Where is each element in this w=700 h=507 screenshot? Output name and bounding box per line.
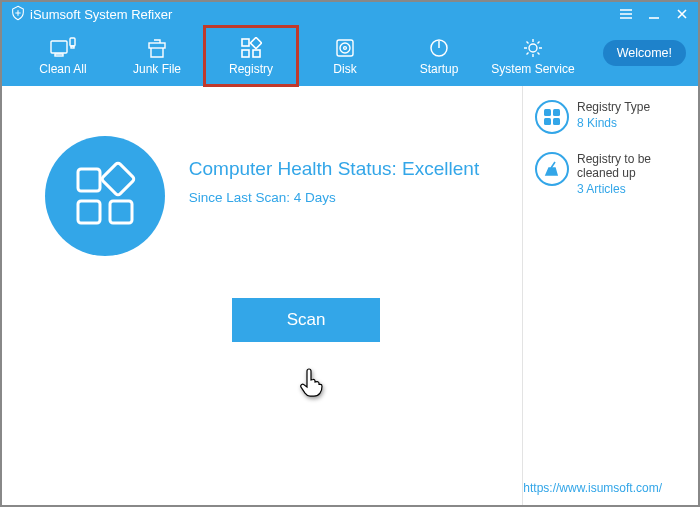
status-subtext: Since Last Scan: 4 Days — [189, 190, 479, 205]
broom-icon — [535, 152, 569, 186]
nav-label: Junk File — [133, 62, 181, 76]
nav-label: Clean All — [39, 62, 86, 76]
svg-rect-6 — [242, 50, 249, 57]
nav-label: System Service — [491, 62, 574, 76]
svg-rect-20 — [544, 118, 551, 125]
side-item-registry-type: Registry Type 8 Kinds — [535, 100, 686, 134]
svg-rect-1 — [55, 54, 63, 56]
navbar: Clean All Junk File Registry — [2, 26, 698, 86]
status-block: Computer Health Status: Excellent Since … — [45, 136, 479, 256]
junk-file-icon — [146, 36, 168, 60]
nav-registry[interactable]: Registry — [204, 26, 298, 86]
shield-icon — [10, 5, 26, 24]
sidebar: Registry Type 8 Kinds Registry to be cle… — [522, 86, 698, 505]
registry-icon — [240, 36, 262, 60]
svg-rect-17 — [101, 162, 135, 196]
svg-rect-7 — [253, 50, 260, 57]
system-service-icon — [522, 36, 544, 60]
nav-clean-all[interactable]: Clean All — [16, 26, 110, 86]
nav-disk[interactable]: Disk — [298, 26, 392, 86]
grid-icon — [535, 100, 569, 134]
svg-rect-3 — [71, 46, 74, 48]
minimize-icon[interactable] — [646, 6, 662, 22]
nav-system-service[interactable]: System Service — [486, 26, 580, 86]
disk-icon — [334, 36, 356, 60]
window-controls — [618, 6, 690, 22]
nav-junk-file[interactable]: Junk File — [110, 26, 204, 86]
svg-rect-0 — [51, 41, 67, 53]
nav-label: Startup — [420, 62, 459, 76]
clean-all-icon — [50, 36, 76, 60]
scan-button[interactable]: Scan — [232, 298, 380, 342]
status-heading: Computer Health Status: Excellent — [189, 158, 479, 180]
menu-icon[interactable] — [618, 6, 634, 22]
svg-rect-21 — [553, 118, 560, 125]
main-pane: Computer Health Status: Excellent Since … — [2, 86, 522, 505]
status-circle-icon — [45, 136, 165, 256]
side-title: Registry to be cleaned up — [577, 152, 686, 180]
welcome-button[interactable]: Welcome! — [603, 40, 686, 66]
cursor-hand-icon — [298, 368, 324, 402]
nav-label: Registry — [229, 62, 273, 76]
svg-rect-2 — [70, 38, 75, 46]
svg-rect-16 — [110, 201, 132, 223]
body: Computer Health Status: Excellent Since … — [2, 86, 698, 505]
startup-icon — [428, 36, 450, 60]
footer-link[interactable]: https://www.isumsoft.com/ — [523, 481, 662, 495]
app-title-text: iSumsoft System Refixer — [30, 7, 172, 22]
side-value[interactable]: 8 Kinds — [577, 116, 650, 130]
titlebar: iSumsoft System Refixer — [2, 2, 698, 26]
side-title: Registry Type — [577, 100, 650, 114]
svg-rect-8 — [250, 37, 261, 48]
side-value[interactable]: 3 Articles — [577, 182, 686, 196]
app-title: iSumsoft System Refixer — [10, 5, 172, 24]
header: iSumsoft System Refixer — [2, 2, 698, 86]
svg-point-11 — [344, 47, 347, 50]
svg-rect-5 — [242, 39, 249, 46]
svg-rect-15 — [78, 201, 100, 223]
nav-label: Disk — [333, 62, 356, 76]
status-text: Computer Health Status: Excellent Since … — [189, 136, 479, 205]
close-icon[interactable] — [674, 6, 690, 22]
svg-rect-19 — [553, 109, 560, 116]
svg-point-13 — [529, 44, 537, 52]
svg-rect-18 — [544, 109, 551, 116]
side-item-to-clean: Registry to be cleaned up 3 Articles — [535, 152, 686, 196]
app-window: iSumsoft System Refixer — [0, 0, 700, 507]
svg-point-10 — [340, 43, 350, 53]
svg-rect-4 — [149, 43, 165, 48]
nav-startup[interactable]: Startup — [392, 26, 486, 86]
svg-rect-14 — [78, 169, 100, 191]
